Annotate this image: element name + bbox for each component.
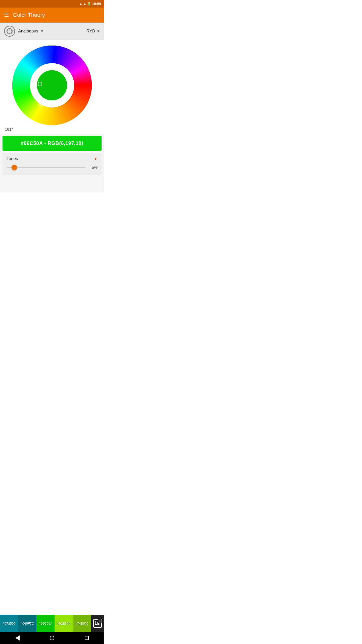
svg-point-2 (11, 30, 12, 31)
color-info-bar: #06C50A - RGB(6,197,10) (3, 136, 102, 151)
signal-icon: ▲ (83, 2, 86, 6)
tones-slider-track[interactable] (7, 167, 85, 168)
color-info-text: #06C50A - RGB(6,197,10) (21, 140, 83, 146)
tones-slider-percent: 5% (88, 165, 98, 170)
color-wheel-container[interactable] (12, 45, 92, 126)
app-toolbar: ☰ Color Theory (0, 8, 104, 23)
tones-label: Tones (7, 156, 18, 161)
degree-label: 181° (0, 127, 13, 131)
svg-point-1 (9, 28, 10, 30)
main-content: Analogous ▼ RYB ▼ 181° #06C50A - RGB(6,1… (0, 23, 104, 192)
tones-section: Tones ▼ 5% (3, 153, 102, 175)
color-model-arrow: ▼ (97, 29, 100, 33)
tones-header: Tones ▼ (7, 156, 98, 161)
svg-point-4 (7, 30, 8, 31)
color-wheel-section: 181° (0, 40, 104, 134)
tones-slider-row: 5% (7, 165, 98, 170)
tones-slider-thumb[interactable] (12, 165, 17, 170)
scheme-type-label: Analogous (18, 29, 38, 34)
wifi-icon: ▲ (79, 2, 82, 6)
time-display: 10:59 (92, 2, 101, 6)
svg-point-6 (9, 33, 10, 34)
svg-point-5 (7, 32, 8, 33)
color-handle-1[interactable] (38, 82, 42, 86)
app-title: Color Theory (13, 12, 45, 18)
color-handle-3[interactable] (39, 102, 44, 106)
status-bar: ▲ ▲ 🔋 10:59 (0, 0, 104, 8)
color-handle-2[interactable] (35, 92, 39, 96)
menu-icon[interactable]: ☰ (4, 12, 9, 18)
status-icons: ▲ ▲ 🔋 10:59 (79, 2, 101, 6)
tones-expand-arrow[interactable]: ▼ (94, 156, 98, 161)
scheme-type-arrow: ▼ (40, 29, 44, 33)
inner-circle (31, 64, 73, 107)
color-model-label: RYB (86, 29, 95, 34)
color-model-dropdown[interactable]: RYB ▼ (86, 29, 100, 34)
palette-icon (4, 26, 15, 37)
battery-icon: 🔋 (87, 2, 91, 6)
scheme-type-dropdown[interactable]: Analogous ▼ (18, 29, 83, 34)
scheme-selector-row: Analogous ▼ RYB ▼ (0, 23, 104, 40)
svg-point-3 (11, 32, 12, 33)
